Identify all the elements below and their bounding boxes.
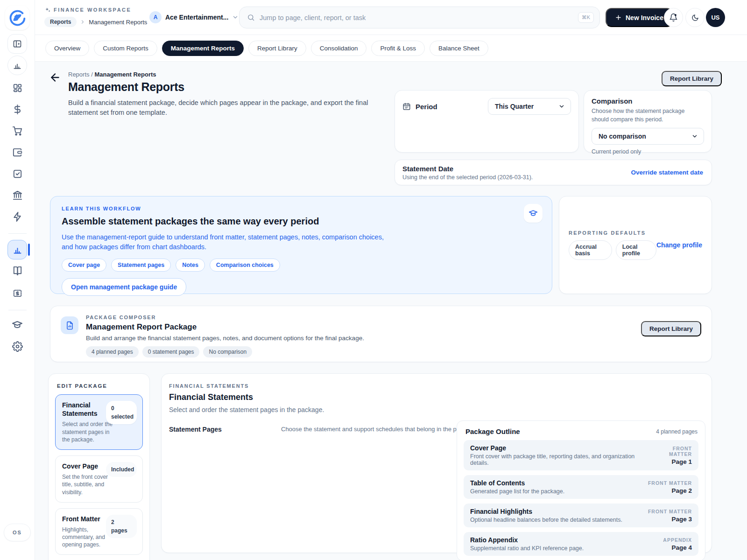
client-avatar: A — [149, 11, 162, 23]
banner-guide-link[interactable]: Use the management-report guide to under… — [62, 232, 388, 252]
chip-no-comparison: No comparison — [203, 346, 252, 357]
app-logo[interactable] — [5, 6, 29, 30]
comparison-description: Choose how the statement package should … — [592, 107, 697, 124]
search-input[interactable] — [260, 14, 578, 21]
period-card: Period This Quarter — [395, 90, 579, 153]
tab-consolidation[interactable]: Consolidation — [311, 41, 367, 56]
topbar: FINANCE WORKSPACE Reports Management Rep… — [35, 0, 747, 35]
edit-item-cover-page[interactable]: Cover Page Set the front cover title, su… — [55, 455, 143, 503]
breadcrumb-parent[interactable]: Reports — [68, 71, 90, 78]
sidebar-item-learn[interactable] — [7, 317, 27, 332]
tab-balance-sheet[interactable]: Balance Sheet — [430, 41, 488, 56]
chip-planned-pages: 4 planned pages — [86, 346, 139, 357]
chevron-down-icon — [558, 103, 565, 110]
workspace-block: FINANCE WORKSPACE Reports Management Rep… — [44, 7, 147, 27]
outline-item-ratio-appendix[interactable]: Ratio Appendix Supplemental ratio and KP… — [464, 532, 698, 556]
outline-item-cover-page[interactable]: Cover Page Front cover with package titl… — [464, 440, 698, 470]
chip-comparison-choices: Comparison choices — [210, 259, 280, 272]
edit-item-front-matter[interactable]: Front Matter Highlights, commentary, and… — [55, 508, 143, 555]
chevron-down-icon — [232, 14, 239, 21]
sidebar-collapse-button[interactable] — [7, 34, 27, 54]
notifications-button[interactable] — [664, 8, 683, 27]
global-search[interactable]: ⌘K — [239, 7, 600, 28]
comparison-card: Comparison Choose how the statement pack… — [584, 90, 712, 153]
banner-eyebrow: LEARN THIS WORKFLOW — [62, 206, 541, 211]
sidebar-item-sales[interactable] — [7, 123, 27, 138]
composer-report-library-button[interactable]: Report Library — [641, 321, 701, 336]
sidebar-item-banking[interactable] — [7, 188, 27, 203]
calendar-icon — [402, 102, 411, 111]
composer-eyebrow: PACKAGE COMPOSER — [86, 315, 634, 320]
chip-local-profile: Local profile — [616, 240, 656, 260]
cart-icon — [12, 126, 23, 136]
sidebar-item-revenue[interactable] — [7, 102, 27, 117]
chip-statement-pages: Statement pages — [111, 259, 171, 272]
sidebar-item-dashboard[interactable] — [7, 80, 27, 95]
theme-toggle-button[interactable] — [685, 8, 705, 27]
package-outline-count: 4 planned pages — [656, 428, 698, 435]
composer-description: Build and arrange the financial statemen… — [86, 335, 634, 342]
check-square-icon — [12, 168, 23, 179]
reporting-defaults-label: REPORTING DEFAULTS — [569, 230, 656, 236]
sidebar-item-wallet[interactable] — [7, 145, 27, 160]
composer-icon-badge — [61, 316, 78, 334]
bar-chart-icon — [13, 245, 22, 255]
fs-title: Financial Statements — [169, 392, 704, 402]
os-badge[interactable]: OS — [4, 524, 31, 541]
topbar-breadcrumb: Reports Management Reports — [44, 17, 147, 27]
page-title: Management Reports — [68, 80, 184, 94]
moon-icon — [691, 14, 699, 22]
logo-icon — [7, 8, 27, 28]
tab-profit-loss[interactable]: Profit & Loss — [371, 41, 425, 56]
graduation-cap-icon — [12, 319, 23, 330]
banner-title: Assemble statement packages the same way… — [62, 216, 541, 227]
financial-statements-card: FINANCIAL STATEMENTS Financial Statement… — [161, 373, 712, 553]
client-selector[interactable]: A Ace Entertainment... — [149, 11, 239, 23]
statement-date-title: Statement Date — [402, 165, 533, 173]
breadcrumb-pill[interactable]: Reports — [44, 17, 77, 27]
sidebar-divider — [8, 233, 27, 234]
override-statement-date-link[interactable]: Override statement date — [631, 169, 703, 176]
wallet-icon — [12, 147, 23, 158]
sidebar-divider — [8, 310, 27, 310]
sidebar-item-ledger[interactable] — [7, 263, 27, 278]
sidebar-item-reports-active[interactable] — [7, 240, 27, 259]
tab-custom-reports[interactable]: Custom Reports — [94, 41, 157, 56]
tab-management-reports[interactable]: Management Reports — [162, 41, 244, 56]
period-select[interactable]: This Quarter — [488, 98, 571, 115]
tab-report-library[interactable]: Report Library — [248, 41, 306, 56]
statement-date-card: Statement Date Using the end of the sele… — [395, 160, 712, 185]
edit-item-financial-statements[interactable]: Financial Statements Select and order th… — [55, 394, 143, 450]
change-profile-link[interactable]: Change profile — [656, 241, 702, 249]
edit-item-badge: Included — [106, 462, 137, 477]
new-invoice-button[interactable]: New Invoice — [606, 8, 673, 27]
reporting-defaults-chips: Accrual basis Local profile — [569, 240, 656, 260]
chip-notes: Notes — [176, 259, 205, 272]
sidebar-item-automation[interactable] — [7, 209, 27, 224]
period-label-row: Period — [402, 102, 437, 111]
sidebar-item-settings[interactable] — [7, 339, 27, 354]
report-library-button[interactable]: Report Library — [662, 71, 722, 86]
edit-item-badge: 2 pages — [106, 515, 137, 538]
tab-overview[interactable]: Overview — [45, 41, 89, 56]
bell-icon — [669, 13, 678, 22]
sidebar-item-tasks[interactable] — [7, 166, 27, 181]
chip-cover-page: Cover page — [62, 259, 106, 272]
fs-description: Select and order the statement pages in … — [169, 406, 704, 413]
invoice-icon — [12, 288, 23, 299]
sidebar-item-invoices[interactable] — [7, 286, 27, 301]
outline-item-table-of-contents[interactable]: Table of Contents Generated page list fo… — [464, 475, 698, 499]
chart-shortcut-button[interactable] — [7, 56, 27, 75]
banner-cap-badge — [524, 204, 543, 223]
back-arrow-button[interactable] — [49, 71, 61, 84]
gear-icon — [12, 341, 23, 352]
comparison-value: No comparison — [599, 133, 646, 140]
open-guide-button[interactable]: Open management package guide — [62, 278, 186, 296]
outline-item-financial-highlights[interactable]: Financial Highlights Optional headline b… — [464, 504, 698, 527]
user-avatar[interactable]: US — [706, 8, 725, 27]
comparison-select[interactable]: No comparison — [592, 128, 704, 145]
sidebar: OS — [0, 0, 35, 560]
plus-icon — [615, 14, 622, 21]
panel-toggle-icon — [13, 39, 22, 49]
package-outline-title: Package Outline — [465, 427, 520, 435]
